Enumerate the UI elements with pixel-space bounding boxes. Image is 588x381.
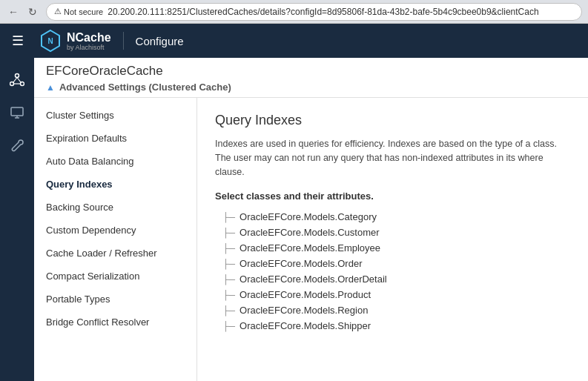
sidebar-icon-monitor[interactable] <box>4 99 30 126</box>
tree-branch-icon: ├─ <box>222 274 235 285</box>
tree-branch-icon: ├─ <box>222 243 235 254</box>
browser-controls: ← ↻ <box>6 4 40 19</box>
tree-branch-icon: ├─ <box>222 305 235 316</box>
tree-item-label: OracleEFCore.Models.Product <box>240 289 371 300</box>
two-pane: Cluster SettingsExpiration DefaultsAuto … <box>34 98 588 381</box>
logo-text: NCache <box>67 31 111 44</box>
menu-item-bridge-conflict-resolver[interactable]: Bridge Conflict Resolver <box>34 311 196 334</box>
tree-branch-icon: ├─ <box>222 290 235 300</box>
tree-branch-icon: ├─ <box>222 321 235 331</box>
svg-line-5 <box>13 78 17 83</box>
tree-item[interactable]: ├─OracleEFCore.Models.Category <box>222 209 570 225</box>
tree-branch-icon: ├─ <box>222 259 235 269</box>
menu-item-query-indexes[interactable]: Query Indexes <box>34 173 196 196</box>
tree-branch-icon: ├─ <box>222 212 235 222</box>
url-text: 20.200.20.111:8251/ClusteredCaches/detai… <box>108 7 538 17</box>
svg-text:N: N <box>47 37 53 45</box>
tree-item[interactable]: ├─OracleEFCore.Models.Customer <box>222 225 570 240</box>
menu-item-cache-loader-refresher[interactable]: Cache Loader / Refresher <box>34 242 196 265</box>
nav-divider <box>123 32 124 50</box>
logo-text-area: NCache by Alachisoft <box>67 31 111 51</box>
menu-item-portable-types[interactable]: Portable Types <box>34 288 196 311</box>
address-bar[interactable]: ⚠ Not secure 20.200.20.111:8251/Clustere… <box>46 3 582 21</box>
logo-area: N NCache by Alachisoft <box>39 29 111 53</box>
content-wrapper: EFCoreOracleCache ▲ Advanced Settings (C… <box>34 58 588 381</box>
tree-item-label: OracleEFCore.Models.Customer <box>240 227 380 238</box>
section-header: ▲ Advanced Settings (Clustered Cache) <box>46 82 576 93</box>
security-label: Not secure <box>64 7 103 16</box>
menu-item-custom-dependency[interactable]: Custom Dependency <box>34 219 196 242</box>
left-menu: Cluster SettingsExpiration DefaultsAuto … <box>34 98 197 381</box>
svg-rect-8 <box>11 107 23 116</box>
tree-item[interactable]: ├─OracleEFCore.Models.Region <box>222 302 570 318</box>
sidebar-icon-wrench[interactable] <box>4 132 30 159</box>
back-button[interactable]: ← <box>6 4 21 19</box>
class-tree: ├─OracleEFCore.Models.Category├─OracleEF… <box>222 209 570 334</box>
svg-line-6 <box>17 78 21 83</box>
page-title: EFCoreOracleCache <box>46 64 576 79</box>
tree-item-label: OracleEFCore.Models.Shipper <box>240 320 371 331</box>
tree-item[interactable]: ├─OracleEFCore.Models.Shipper <box>222 318 570 334</box>
browser-bar: ← ↻ ⚠ Not secure 20.200.20.111:8251/Clus… <box>0 0 588 24</box>
menu-item-cluster-settings[interactable]: Cluster Settings <box>34 104 196 127</box>
lock-icon: ⚠ <box>54 7 62 16</box>
content-description: Indexes are used in queries for efficien… <box>215 137 570 179</box>
content-title: Query Indexes <box>215 113 570 128</box>
tree-item[interactable]: ├─OracleEFCore.Models.Employee <box>222 240 570 256</box>
menu-item-backing-source[interactable]: Backing Source <box>34 196 196 219</box>
svg-point-2 <box>16 74 19 78</box>
menu-item-compact-serialization[interactable]: Compact Serialization <box>34 265 196 288</box>
section-title: Advanced Settings (Clustered Cache) <box>59 82 231 93</box>
logo-sub: by Alachisoft <box>67 44 111 51</box>
top-nav: ☰ N NCache by Alachisoft Configure <box>0 24 588 58</box>
security-indicator: ⚠ Not secure <box>54 7 103 16</box>
sidebar-icon-network[interactable] <box>4 67 30 93</box>
tree-item-label: OracleEFCore.Models.OrderDetail <box>240 274 387 285</box>
tree-item[interactable]: ├─OracleEFCore.Models.Product <box>222 287 570 302</box>
tree-item-label: OracleEFCore.Models.Employee <box>240 242 380 254</box>
hamburger-button[interactable]: ☰ <box>9 30 27 52</box>
icon-sidebar <box>0 58 34 381</box>
tree-item[interactable]: ├─OracleEFCore.Models.Order <box>222 256 570 271</box>
app-container: ☰ N NCache by Alachisoft Configure <box>0 24 588 381</box>
svg-point-3 <box>10 82 14 86</box>
nav-title: Configure <box>136 35 184 47</box>
refresh-button[interactable]: ↻ <box>25 4 40 19</box>
main-area: EFCoreOracleCache ▲ Advanced Settings (C… <box>0 58 588 381</box>
logo-icon: N <box>39 29 62 53</box>
tree-item-label: OracleEFCore.Models.Order <box>240 258 362 269</box>
tree-branch-icon: ├─ <box>222 228 235 238</box>
section-toggle[interactable]: ▲ <box>46 82 55 93</box>
tree-item-label: OracleEFCore.Models.Category <box>240 211 377 222</box>
right-content: Query Indexes Indexes are used in querie… <box>197 98 588 381</box>
page-header: EFCoreOracleCache ▲ Advanced Settings (C… <box>34 58 588 98</box>
select-classes-label: Select classes and their attributes. <box>215 190 570 202</box>
tree-item-label: OracleEFCore.Models.Region <box>240 305 368 316</box>
svg-point-4 <box>21 82 24 86</box>
tree-item[interactable]: ├─OracleEFCore.Models.OrderDetail <box>222 271 570 287</box>
menu-item-expiration-defaults[interactable]: Expiration Defaults <box>34 127 196 150</box>
menu-item-auto-data-balancing[interactable]: Auto Data Balancing <box>34 150 196 173</box>
